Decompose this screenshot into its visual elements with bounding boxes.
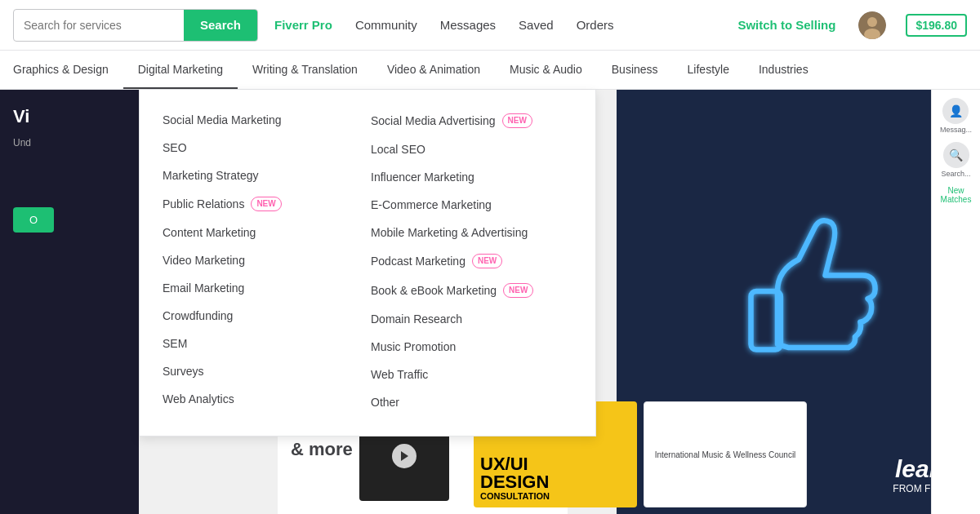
dropdown-right-col: Social Media AdvertisingNEWLocal SEOInfl… <box>368 106 576 416</box>
dropdown-item-label: Book & eBook Marketing <box>371 284 497 297</box>
dropdown-item-label: Web Traffic <box>371 368 428 381</box>
avatar[interactable] <box>858 11 886 39</box>
cat-business[interactable]: Business <box>597 51 673 89</box>
ux-design-title: UX/UIDESIGN <box>480 455 630 491</box>
dropdown-item[interactable]: E-Commerce Marketing <box>368 191 576 219</box>
dropdown-item[interactable]: Domain Research <box>368 305 576 333</box>
dropdown-item[interactable]: Web Analytics <box>159 385 368 413</box>
dropdown-item-label: Crowdfunding <box>163 309 233 322</box>
dropdown-menu: Social Media MarketingSEOMarketing Strat… <box>139 90 596 436</box>
dropdown-item[interactable]: Book & eBook MarketingNEW <box>368 276 576 305</box>
dropdown-item-label: Marketing Strategy <box>163 169 259 182</box>
new-badge: NEW <box>251 197 281 211</box>
left-panel-title: Vi <box>13 106 126 127</box>
messages-icon: 👤 <box>942 98 969 124</box>
search-button[interactable]: Search <box>184 10 257 41</box>
left-panel: Vi Und O <box>0 90 139 514</box>
cat-video-animation[interactable]: Video & Animation <box>372 51 495 89</box>
new-matches-text: NewMatches <box>941 186 972 204</box>
dropdown-item-label: Social Media Advertising <box>371 114 496 127</box>
cat-digital-marketing[interactable]: Digital Marketing <box>123 51 238 89</box>
international-card[interactable]: International Music & Wellness Council <box>644 401 807 507</box>
cat-graphics-design[interactable]: Graphics & Design <box>0 51 123 89</box>
dropdown-item[interactable]: Other <box>368 388 576 416</box>
sidebar-icons-panel: 👤 Messag... 🔍 Search... NewMatches <box>931 90 980 514</box>
more-text: & more <box>291 439 353 460</box>
dropdown-item[interactable]: Crowdfunding <box>159 302 368 330</box>
dropdown-item[interactable]: Public RelationsNEW <box>159 189 368 219</box>
dropdown-item-label: Web Analytics <box>163 392 234 405</box>
dropdown-item[interactable]: Social Media Marketing <box>159 106 368 134</box>
switch-to-selling-link[interactable]: Switch to Selling <box>737 18 835 32</box>
cat-industries[interactable]: Industries <box>744 51 823 89</box>
dropdown-item[interactable]: Video Marketing <box>159 246 368 274</box>
dropdown-item-label: Public Relations <box>163 197 244 210</box>
category-nav: Graphics & Design Digital Marketing Writ… <box>0 51 980 90</box>
dropdown-item[interactable]: Podcast MarketingNEW <box>368 246 576 276</box>
dropdown-item[interactable]: Email Marketing <box>159 274 368 302</box>
left-panel-button[interactable]: O <box>13 207 54 233</box>
dropdown-item-label: Mobile Marketing & Advertising <box>371 226 528 239</box>
sidebar-messages-label: Messag... <box>940 126 972 134</box>
dropdown-item[interactable]: Surveys <box>159 357 368 385</box>
dropdown-item[interactable]: Social Media AdvertisingNEW <box>368 106 576 135</box>
left-panel-sub: Und <box>13 137 126 148</box>
search-bar: Search <box>13 9 258 42</box>
cat-music-audio[interactable]: Music & Audio <box>495 51 597 89</box>
search-icon: 🔍 <box>943 142 969 168</box>
sidebar-search-label: Search... <box>941 170 970 178</box>
balance-badge: $196.80 <box>906 14 967 37</box>
fiverr-pro-link[interactable]: Fiverr Pro <box>274 18 332 32</box>
dropdown-item-label: Content Marketing <box>163 226 256 239</box>
dropdown-item[interactable]: Content Marketing <box>159 219 368 246</box>
dropdown-item[interactable]: Web Traffic <box>368 361 576 388</box>
sidebar-messages-item[interactable]: 👤 Messag... <box>940 98 972 134</box>
new-badge: NEW <box>503 283 533 298</box>
dropdown-item[interactable]: Mobile Marketing & Advertising <box>368 219 576 246</box>
saved-link[interactable]: Saved <box>519 18 554 32</box>
dropdown-item[interactable]: SEM <box>159 330 368 357</box>
dropdown-item-label: Local SEO <box>371 143 425 156</box>
international-card-label: International Music & Wellness Council <box>648 444 803 466</box>
messages-link[interactable]: Messages <box>440 18 496 32</box>
dropdown-item-label: Social Media Marketing <box>163 113 282 126</box>
svg-point-1 <box>867 17 877 27</box>
dropdown-item[interactable]: Influencer Marketing <box>368 163 576 191</box>
header: Search Fiverr Pro Community Messages Sav… <box>0 0 980 51</box>
orders-link[interactable]: Orders <box>577 18 614 32</box>
dropdown-item-label: Music Promotion <box>371 340 456 353</box>
dropdown-item-label: Influencer Marketing <box>371 171 474 184</box>
consultation-text: CONSULTATION <box>480 491 630 501</box>
new-badge: NEW <box>502 113 532 128</box>
dropdown-cols: Social Media MarketingSEOMarketing Strat… <box>159 106 576 416</box>
cat-lifestyle[interactable]: Lifestyle <box>673 51 744 89</box>
dropdown-item-label: Domain Research <box>371 312 462 326</box>
dropdown-item[interactable]: Music Promotion <box>368 333 576 361</box>
dropdown-item-label: Surveys <box>163 365 204 378</box>
dropdown-item-label: Email Marketing <box>163 281 244 295</box>
dropdown-item[interactable]: Local SEO <box>368 135 576 163</box>
dropdown-item-label: Podcast Marketing <box>371 255 466 268</box>
dropdown-item-label: Other <box>371 396 399 409</box>
dropdown-item-label: Video Marketing <box>163 254 245 267</box>
play-icon <box>392 444 416 468</box>
dropdown-item-label: SEM <box>163 337 187 350</box>
search-input[interactable] <box>14 19 184 32</box>
thumbs-up-icon <box>693 196 905 408</box>
dropdown-left-col: Social Media MarketingSEOMarketing Strat… <box>159 106 368 416</box>
svg-marker-3 <box>401 451 408 461</box>
dropdown-item-label: E-Commerce Marketing <box>371 198 492 211</box>
community-link[interactable]: Community <box>355 18 417 32</box>
dropdown-item[interactable]: SEO <box>159 134 368 162</box>
dropdown-item[interactable]: Marketing Strategy <box>159 162 368 189</box>
new-badge: NEW <box>472 254 502 268</box>
sidebar-search-item[interactable]: 🔍 Search... <box>941 142 970 178</box>
dropdown-item-label: SEO <box>163 141 187 154</box>
cat-writing-translation[interactable]: Writing & Translation <box>238 51 372 89</box>
